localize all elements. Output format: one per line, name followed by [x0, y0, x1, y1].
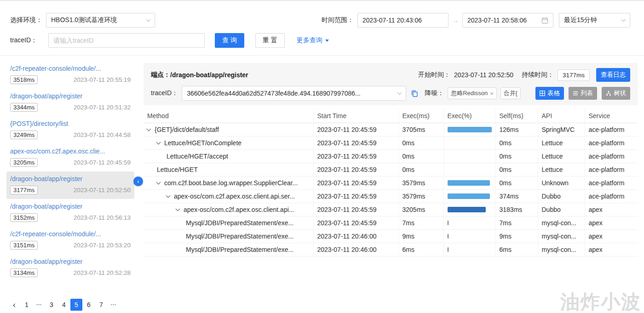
span-row[interactable]: {GET}/dict/default/staff 2023-07-11 20:4…: [144, 123, 638, 137]
exec-pct-cell: [443, 243, 495, 256]
api-cell: mysql-con...: [538, 230, 585, 243]
traceid-input[interactable]: [53, 37, 200, 44]
view-table-button[interactable]: 表格: [535, 87, 564, 100]
pagination-ellipsis-left[interactable]: •••: [33, 299, 45, 311]
span-row[interactable]: com.c2f.boot.base.log.wrapper.SupplierCl…: [144, 176, 638, 190]
service-cell: apex: [585, 243, 638, 256]
span-row[interactable]: Mysql/JDBI/PreparedStatement/exe... 2023…: [144, 243, 638, 256]
exec-pct-cell: [443, 230, 495, 243]
start-time-cell: 2023-07-11 20:46:00: [313, 243, 398, 256]
traceid-input-wrap: [48, 33, 205, 48]
query-button[interactable]: 查 询: [215, 33, 244, 48]
span-row[interactable]: apex-osc/com.c2f.apex.osc.client.api... …: [144, 203, 638, 216]
exec-ms-cell: 0ms: [398, 150, 443, 163]
trace-path[interactable]: /dragon-boat/app/register: [10, 92, 131, 100]
trace-list-item[interactable]: apex-osc/com.c2f.apex.osc.clie... 3205ms…: [6, 144, 134, 171]
col-start-time: Start Time: [313, 109, 398, 123]
start-time-cell: 2023-07-11 20:45:59: [313, 163, 398, 176]
traceid-select[interactable]: 36606e562fea44d0a62d527473fe48de.494.168…: [182, 86, 406, 101]
traceid-label: traceID：: [10, 36, 45, 45]
trace-list-item[interactable]: /dragon-boat/app/register 3134ms 2023-07…: [6, 254, 134, 282]
expand-caret-icon[interactable]: [147, 127, 151, 131]
span-row[interactable]: Mysql/JDBI/PreparedStatement/exe... 2023…: [144, 216, 638, 230]
trace-meta: 3205ms 2023-07-11 20:45:59: [10, 158, 131, 167]
expand-caret-icon[interactable]: [156, 140, 161, 145]
pagination-page-4[interactable]: 4: [58, 299, 70, 311]
time-start-value: 2023-07-11 20:43:06: [362, 17, 422, 24]
view-table-label: 表格: [547, 89, 560, 97]
expand-caret-icon[interactable]: [166, 193, 171, 198]
span-row[interactable]: Lettuce/HGET/accept 2023-07-11 20:45:59 …: [144, 150, 638, 163]
range-arrow-icon: →: [452, 17, 459, 24]
duration-badge: 3151ms: [10, 241, 38, 250]
api-cell: mysql-con...: [538, 243, 585, 256]
sidebar-collapse-button[interactable]: ‹: [133, 176, 143, 186]
trace-path[interactable]: apex-osc/com.c2f.apex.osc.clie...: [10, 148, 131, 155]
time-preset-value: 最近15分钟: [564, 16, 597, 24]
exec-pct-cell: [443, 216, 495, 230]
span-row[interactable]: apex-osc/com.c2f.apex.osc.client.api.ser…: [144, 190, 638, 203]
noise-tag-merge[interactable]: 合并[: [500, 87, 521, 99]
duration-badge: 3344ms: [10, 103, 38, 112]
trace-path[interactable]: /dragon-boat/app/register: [10, 203, 131, 210]
trace-list-item[interactable]: {POST}/directory/list 3249ms 2023-07-11 …: [6, 116, 134, 144]
pagination-page-1[interactable]: 1: [21, 299, 33, 311]
view-logs-button[interactable]: 查看日志: [596, 68, 630, 82]
trace-path[interactable]: /dragon-boat/app/register: [10, 258, 131, 265]
time-range-label: 时间范围：: [322, 16, 354, 24]
copy-icon[interactable]: [411, 90, 418, 97]
trace-detail-header: 端点： /dragon-boat/app/register 开始时间： 2023…: [144, 63, 638, 105]
exec-pct-cell: [443, 123, 495, 137]
exec-ms-cell: 6ms: [398, 243, 443, 256]
exec-pct-cell: [443, 137, 495, 150]
trace-list-item[interactable]: /dragon-boat/app/register 3344ms 2023-07…: [6, 89, 134, 116]
service-cell: ace-platform: [585, 163, 638, 176]
trace-timestamp: 2023-07-11 20:45:59: [74, 159, 131, 166]
pagination-page-5-current[interactable]: 5: [70, 299, 82, 311]
more-query-label: 更多查询: [297, 36, 322, 45]
trace-path[interactable]: /c2f-repeater-console/module/...: [10, 230, 131, 238]
api-cell: Unknown: [538, 176, 585, 190]
self-ms-cell: 0ms: [495, 163, 538, 176]
time-start-input[interactable]: 2023-07-11 20:43:06: [357, 13, 448, 28]
env-select[interactable]: HBOS1.0测试基准环境: [46, 13, 155, 28]
pagination-ellipsis-right[interactable]: •••: [108, 299, 120, 311]
trace-path[interactable]: {POST}/directory/list: [10, 120, 131, 127]
trace-list-item[interactable]: /c2f-repeater-console/module/... 3518ms …: [6, 61, 134, 89]
method-name: apex-osc/com.c2f.apex.osc.client.api.ser…: [174, 193, 295, 200]
content-area: /c2f-repeater-console/module/... 3518ms …: [0, 56, 644, 313]
calendar-icon: [541, 17, 548, 24]
trace-list-item[interactable]: /dragon-boat/app/register 3152ms 2023-07…: [6, 199, 134, 227]
trace-list-item-selected[interactable]: /dragon-boat/app/register 3177ms 2023-07…: [6, 171, 134, 199]
expand-caret-icon[interactable]: [156, 180, 161, 185]
span-row[interactable]: Mysql/JDBI/PreparedStatement/exe... 2023…: [144, 230, 638, 243]
pagination-page-3[interactable]: 3: [46, 299, 58, 311]
trace-timestamp: 2023-07-11 20:52:28: [74, 269, 131, 276]
trace-list-item[interactable]: /c2f-repeater-console/module/... 3151ms …: [6, 227, 134, 254]
trace-sidebar: /c2f-repeater-console/module/... 3518ms …: [0, 56, 138, 313]
trace-path[interactable]: /c2f-repeater-console/module/...: [10, 65, 131, 72]
pagination-prev-icon[interactable]: ‹: [8, 299, 20, 311]
chevron-down-icon: [397, 91, 402, 95]
reset-button[interactable]: 重 置: [255, 33, 285, 48]
caret-down-icon: [325, 40, 329, 42]
pagination-page-6[interactable]: 6: [83, 299, 95, 311]
time-end-input[interactable]: 2023-07-11 20:58:06: [462, 13, 553, 28]
env-select-value: HBOS1.0测试基准环境: [51, 16, 117, 24]
view-tree-button[interactable]: 树状: [602, 87, 630, 100]
span-row[interactable]: Lettuce/HGET 2023-07-11 20:45:59 0ms 0ms…: [144, 163, 638, 176]
pagination-page-7[interactable]: 7: [95, 299, 107, 311]
time-preset-select[interactable]: 最近15分钟: [559, 13, 630, 28]
trace-path[interactable]: /dragon-boat/app/register: [10, 175, 131, 182]
start-time-cell: 2023-07-11 20:45:59: [313, 150, 398, 163]
view-list-button[interactable]: 列表: [569, 87, 597, 100]
noise-tag-ignore-redisson[interactable]: 忽略Redisson ×: [448, 87, 497, 99]
duration-badge: 3205ms: [10, 158, 38, 167]
method-name: Mysql/JDBI/PreparedStatement/exe...: [186, 233, 293, 240]
duration-badge: 3518ms: [10, 75, 38, 84]
close-icon[interactable]: ×: [490, 90, 494, 97]
more-query-link[interactable]: 更多查询: [297, 36, 329, 45]
method-name: com.c2f.boot.base.log.wrapper.SupplierCl…: [164, 179, 298, 187]
span-row[interactable]: Lettuce/HGET/onComplete 2023-07-11 20:45…: [144, 137, 638, 150]
expand-caret-icon[interactable]: [176, 207, 180, 211]
